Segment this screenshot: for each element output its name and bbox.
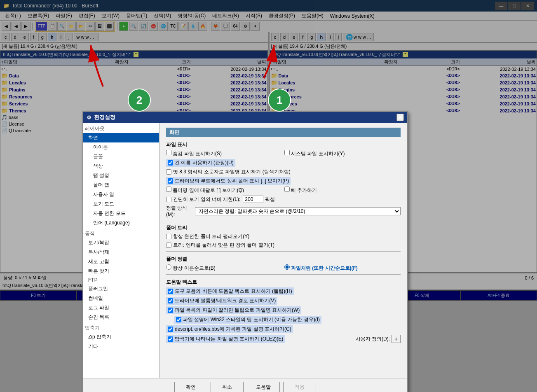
chk-explorer-tip-input[interactable] — [168, 336, 173, 342]
folder-sort-title: 폴더 정렬 — [166, 256, 401, 263]
cancel-button[interactable]: 취소 — [211, 382, 244, 392]
dlg-section-layout: 레이아웃 — [83, 124, 159, 133]
chk-limit-width-input[interactable] — [166, 197, 171, 202]
dialog-icon: ⚙ — [87, 114, 91, 121]
dialog-title-text: 환경설정 — [94, 114, 115, 121]
chk-drive-volume[interactable]: 드라이브에 볼륨명/네트워크 경로 표시하기(V) — [166, 297, 277, 305]
dialog-right-panel: 화면 파일 표시 숨김 파일 표시하기(S) 시스템 파일 표시하기(Y) — [159, 123, 407, 378]
chk-83format[interactable]: 옛 8.3 형식의 소문자로 파일명 표시하기 (탐색기처럼) — [166, 168, 291, 175]
tooltip-row3: 파일 목록의 파일이 잘리면 툴팁으로 파일명 표시하기(W) — [166, 306, 401, 314]
chk-add-bird[interactable]: 뻐 추가하기 — [284, 187, 401, 194]
chk-brackets[interactable]: 폴더명 옆에 대괄로 [ ] 보이기(Q) — [166, 187, 283, 194]
chk-brackets-input[interactable] — [166, 187, 171, 192]
chk-descript-input[interactable] — [168, 327, 173, 332]
file-display-row6: 간단히 보기 열의 너비 제한(L): 픽셀 — [166, 196, 401, 203]
dlg-item-refresh[interactable]: 새로 고침 — [83, 257, 159, 266]
dlg-item-color[interactable]: 색상 — [83, 161, 159, 171]
file-display-row5: 폴더명 옆에 대괄로 [ ] 보이기(Q) 뻐 추가하기 — [166, 187, 401, 194]
apply-button[interactable]: 적용 — [283, 382, 316, 392]
tooltip-row2: 드라이브에 볼륨명/네트워크 경로 표시하기(V) — [166, 297, 401, 305]
dialog-close-button[interactable]: ✕ — [396, 114, 404, 121]
dlg-item-ftp[interactable]: FTP — [83, 276, 159, 284]
chk-hidden-files-input[interactable] — [166, 150, 171, 155]
dlg-section-compress: 압축기 — [83, 324, 159, 332]
user-defined-label: 사용자 정의(D): — [356, 336, 390, 343]
chk-tree-enter-input[interactable] — [166, 243, 171, 248]
chk-win32-tip-input[interactable] — [176, 317, 181, 322]
dlg-item-logfile[interactable]: 로그 파일 — [83, 303, 159, 313]
dialog-title-bar: ⚙ 환경설정 ✕ — [83, 112, 407, 123]
dialog-overlay: ⚙ 환경설정 ✕ 레이아웃 화면 아이콘 글꼴 색상 탭 설정 폴더 탭 사용자… — [0, 0, 537, 392]
help-button[interactable]: 도움말 — [247, 382, 280, 392]
dlg-item-font[interactable]: 글꼴 — [83, 152, 159, 161]
radio-file-sort[interactable]: 파일처럼 (또한 시간순으로)(F) — [284, 264, 401, 272]
dlg-item-plugins[interactable]: 플러그인 — [83, 284, 159, 294]
chk-tree-enter[interactable]: 트리: 엔터를 눌러서 맞은 편 창의 폴더 열기(T) — [166, 242, 274, 249]
chk-parent-dir[interactable]: 드라이브의 루트에서도 상위 폴더 표시 [..] 보이기(P) — [166, 177, 291, 185]
chk-explorer-tip[interactable]: 탐색기에 나타나는 파일 설명 표시하기 (OLE2)(E) — [166, 335, 285, 343]
chk-add-bird-input[interactable] — [284, 187, 290, 192]
dlg-item-folder-tab[interactable]: 폴더 탭 — [83, 180, 159, 190]
tooltip-row6: 탐색기에 나타나는 파일 설명 표시하기 (OLE2)(E) 사용자 정의(D)… — [166, 335, 401, 343]
dlg-item-other[interactable]: 기타 — [83, 342, 159, 351]
chk-filename-tooltip-input[interactable] — [168, 308, 173, 313]
dialog-footer: 확인 취소 도움말 적용 — [83, 378, 407, 392]
dlg-item-hidden[interactable]: 숨김 목록 — [83, 313, 159, 322]
dlg-item-zip[interactable]: Zip 압축기 — [83, 332, 159, 342]
dlg-right-title: 화면 — [166, 128, 401, 137]
tooltip-row5: descript.ion/files.bbs에 기록된 파일 설명 표시하기(C… — [166, 325, 401, 333]
chk-system-files[interactable]: 시스템 파일 표시하기(Y) — [284, 150, 401, 157]
file-display-row3: 옛 8.3 형식의 소문자로 파일명 표시하기 (탐색기처럼) — [166, 168, 401, 175]
sort-select[interactable]: 자연스러운 정렬: 알파벳과 숫자 순으로 (@/2/10) — [195, 207, 401, 215]
dlg-item-user-col[interactable]: 사용자 열 — [83, 190, 159, 199]
user-defined-row: 사용자 정의(D): + — [356, 335, 401, 343]
radio-name-sort[interactable]: 항상 이름순으로(B) — [166, 264, 283, 272]
chk-limit-width[interactable]: 간단히 보기 열의 너비 제한(L): — [166, 196, 240, 203]
dlg-item-view-mode[interactable]: 보기 모드 — [83, 199, 159, 209]
sort-label: 정렬 방식(M): — [166, 205, 192, 217]
chk-toolbar-tooltip[interactable]: 도구 모음의 버튼에 도움말 텍스트 표시하기 (툴팁)(H) — [166, 287, 294, 295]
chk-system-files-input[interactable] — [284, 150, 290, 155]
dlg-item-tab-settings[interactable]: 탭 설정 — [83, 171, 159, 180]
folder-tree-row1: 항상 완전한 폴더 트리 펼러오기(Y) — [166, 233, 401, 240]
file-display-row1: 숨김 파일 표시하기(S) 시스템 파일 표시하기(Y) — [166, 150, 401, 157]
dlg-item-icon[interactable]: 아이콘 — [83, 142, 159, 152]
chk-drive-volume-input[interactable] — [168, 298, 173, 303]
tooltip-title: 도움말 텍스트 — [166, 279, 401, 286]
chk-descript[interactable]: descript.ion/files.bbs에 기록된 파일 설명 표시하기(C… — [166, 325, 293, 333]
hr3 — [166, 274, 401, 275]
folder-sort-row: 항상 이름순으로(B) 파일처럼 (또한 시간순으로)(F) — [166, 264, 401, 272]
tooltip-row1: 도구 모음의 버튼에 도움말 텍스트 표시하기 (툴팁)(H) — [166, 287, 401, 295]
folder-tree-title: 폴더 트리 — [166, 224, 401, 231]
file-display-title: 파일 표시 — [166, 141, 401, 148]
chk-always-expand[interactable]: 항상 완전한 폴더 트리 펼러오기(Y) — [166, 233, 249, 240]
dlg-item-viewcopy[interactable]: 보기/복잡 — [83, 238, 159, 247]
dlg-item-copydel[interactable]: 복사/삭제 — [83, 247, 159, 257]
chk-win32-tip[interactable]: 파일 설명에 Win32 스타일의 팁 표시하기 (이용 가능한 경우)(I) — [174, 316, 321, 324]
user-defined-plus-button[interactable]: + — [392, 335, 401, 343]
radio-name-sort-input[interactable] — [166, 264, 171, 270]
dlg-item-thumbnail[interactable]: 썸네일 — [83, 294, 159, 303]
chk-filename-tooltip[interactable]: 파일 목록의 파일이 잘리면 툴팁으로 파일명 표시하기(W) — [166, 306, 301, 314]
dialog-left-menu: 레이아웃 화면 아이콘 글꼴 색상 탭 설정 폴더 탭 사용자 열 보기 모드 … — [83, 123, 159, 378]
chk-parent-dir-input[interactable] — [168, 178, 173, 184]
chk-long-names-input[interactable] — [168, 160, 173, 166]
chk-long-names[interactable]: 긴 이름 사용하기 (관장)(U) — [166, 159, 235, 167]
chk-hidden-files[interactable]: 숨김 파일 표시하기(S) — [166, 150, 283, 157]
folder-tree-row2: 트리: 엔터를 눌러서 맞은 편 창의 폴더 열기(T) — [166, 242, 401, 249]
chk-toolbar-tooltip-input[interactable] — [168, 289, 173, 294]
dlg-item-language[interactable]: 언어 (Language) — [83, 218, 159, 228]
chk-always-expand-input[interactable] — [166, 234, 171, 239]
dlg-item-auto-switch[interactable]: 자동 전환 모드 — [83, 209, 159, 218]
radio-file-sort-input[interactable] — [284, 264, 290, 270]
ok-button[interactable]: 확인 — [174, 382, 207, 392]
width-input[interactable] — [243, 196, 263, 203]
chk-83format-input[interactable] — [166, 169, 171, 175]
dlg-section-action: 동작 — [83, 229, 159, 238]
tooltip-row4: 파일 설명에 Win32 스타일의 팁 표시하기 (이용 가능한 경우)(I) — [166, 316, 401, 324]
dlg-item-quicksearch[interactable]: 빠른 찾기 — [83, 266, 159, 276]
pixel-label: 픽셀 — [265, 196, 275, 203]
hr2 — [166, 251, 401, 252]
dialog-body: 레이아웃 화면 아이콘 글꼴 색상 탭 설정 폴더 탭 사용자 열 보기 모드 … — [83, 123, 407, 378]
dlg-item-screen[interactable]: 화면 — [83, 133, 159, 142]
